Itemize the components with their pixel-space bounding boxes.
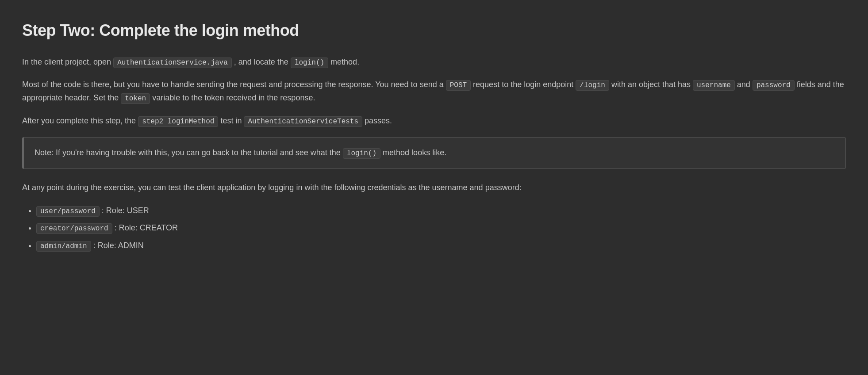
admin-admin-label: : Role: ADMIN — [91, 241, 144, 250]
list-item: user/password : Role: USER — [36, 204, 846, 218]
token-code: token — [121, 93, 150, 104]
note-text-after: method looks like. — [380, 148, 446, 157]
user-password-label: : Role: USER — [100, 206, 149, 215]
credentials-paragraph: At any point during the exercise, you ca… — [22, 181, 846, 195]
auth-service-code: AuthenticationService.java — [113, 57, 232, 68]
auth-tests-code: AuthenticationServiceTests — [244, 116, 362, 127]
username-code: username — [693, 80, 735, 91]
step2-code: step2_loginMethod — [138, 116, 218, 127]
note-text-before: Note: If you're having trouble with this… — [35, 148, 343, 157]
intro-text-middle: , and locate the — [232, 57, 291, 66]
creator-password-label: : Role: CREATOR — [112, 223, 178, 232]
body1-text-middle1: request to the login endpoint — [471, 80, 576, 89]
body1-text-before: Most of the code is there, but you have … — [22, 80, 446, 89]
list-item: creator/password : Role: CREATOR — [36, 222, 846, 235]
credentials-list: user/password : Role: USER creator/passw… — [36, 204, 846, 253]
password-code: password — [753, 80, 795, 91]
intro-paragraph: In the client project, open Authenticati… — [22, 56, 846, 69]
post-code: POST — [446, 80, 471, 91]
body1-text-middle2: with an object that has — [609, 80, 693, 89]
user-password-code: user/password — [36, 206, 100, 217]
intro-text-before: In the client project, open — [22, 57, 113, 66]
note-login-code: login() — [343, 148, 380, 159]
intro-text-after: method. — [328, 57, 359, 66]
creator-password-code: creator/password — [36, 223, 112, 234]
body-paragraph-2: After you complete this step, the step2_… — [22, 115, 846, 128]
body2-text-middle: test in — [218, 116, 244, 125]
body1-text-after: variable to the token received in the re… — [150, 93, 315, 102]
body-paragraph-1: Most of the code is there, but you have … — [22, 78, 846, 104]
login-method-code: login() — [291, 57, 328, 68]
note-text: Note: If you're having trouble with this… — [35, 146, 835, 160]
body1-text-middle3: and — [735, 80, 753, 89]
body2-text-after: passes. — [362, 116, 392, 125]
login-endpoint-code: /login — [576, 80, 609, 91]
page-title: Step Two: Complete the login method — [22, 18, 846, 43]
note-box: Note: If you're having trouble with this… — [22, 137, 846, 169]
body2-text-before: After you complete this step, the — [22, 116, 138, 125]
admin-admin-code: admin/admin — [36, 241, 91, 252]
list-item: admin/admin : Role: ADMIN — [36, 239, 846, 253]
